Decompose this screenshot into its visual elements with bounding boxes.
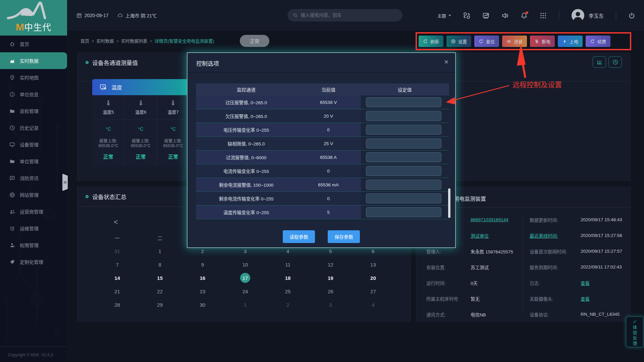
sidebar-item[interactable]: 运营商管理	[0, 203, 67, 220]
calendar-day[interactable]: 1	[139, 244, 181, 258]
calendar-day[interactable]: 19	[309, 271, 352, 285]
calendar-day[interactable]: 18	[267, 271, 309, 285]
field-value[interactable]: 2022/09/11 17:02:43	[581, 264, 622, 269]
calendar-day[interactable]: 16	[181, 271, 224, 285]
field-value[interactable]: 苏工测试	[471, 264, 489, 270]
setpoint-input[interactable]	[366, 138, 441, 148]
calendar-day[interactable]: 1	[224, 298, 266, 311]
field-value[interactable]: 暂无	[471, 295, 480, 302]
calendar-day[interactable]: 29	[139, 298, 181, 311]
search-input[interactable]	[301, 13, 402, 18]
setpoint-input[interactable]	[366, 125, 441, 135]
calendar-day[interactable]: 15	[139, 271, 181, 285]
logout-power-icon[interactable]	[628, 12, 635, 19]
sidebar-item[interactable]: 设备管理	[0, 136, 67, 153]
breadcrumb-item[interactable]: 首页	[80, 38, 89, 44]
toolbar-button[interactable]: 复位	[474, 36, 499, 47]
theme-dropdown[interactable]: 主题	[437, 12, 451, 19]
calendar-day[interactable]: 20	[352, 271, 394, 285]
calendar-day[interactable]: 8	[139, 258, 181, 271]
toolbar-button[interactable]: 刷新	[419, 36, 443, 47]
sidebar-item[interactable]: 网站管理	[0, 186, 67, 203]
sidebar-collapse-handle[interactable]	[62, 174, 68, 191]
calendar-day[interactable]: 22	[139, 285, 181, 298]
sidebar-item[interactable]: 实时数据	[0, 52, 67, 69]
calendar-day[interactable]: 7	[96, 258, 139, 271]
setpoint-input[interactable]	[366, 166, 441, 176]
setpoint-input[interactable]	[366, 193, 441, 203]
sensor-card[interactable]: 温度7 °C 报警上限: 65536.0°C 正常	[157, 95, 190, 166]
sidebar-item[interactable]: 消防资讯	[0, 170, 67, 186]
setpoint-input[interactable]	[366, 180, 441, 190]
sidebar-item[interactable]: 巡检管理	[0, 103, 67, 119]
calendar-day[interactable]: 27	[352, 285, 394, 298]
breadcrumb-item[interactable]: 实时数据	[89, 38, 114, 44]
calendar-day[interactable]: 23	[181, 285, 224, 298]
history-chart-button[interactable]	[593, 56, 606, 68]
sensor-card[interactable]: 温度6 °C 报警上限: 65536.0°C 正常	[125, 95, 157, 166]
calendar-day[interactable]: 10	[224, 258, 266, 271]
calendar-day[interactable]: 25	[267, 285, 309, 298]
setpoint-input[interactable]	[366, 97, 441, 107]
modal-action-button[interactable]: 读取参数	[283, 230, 315, 243]
dashboard-chart-icon[interactable]	[482, 12, 489, 19]
field-value[interactable]: 电信NB	[471, 311, 486, 318]
field-value[interactable]: RN_NB_CT_L6345	[581, 312, 620, 317]
calendar-day[interactable]: 21	[96, 285, 139, 298]
calendar-day[interactable]: 30	[181, 298, 224, 311]
breadcrumb-item[interactable]: 详情页(智慧安全用电监测装置)	[147, 38, 214, 44]
field-value[interactable]: 查看	[581, 280, 590, 286]
calendar-day[interactable]: 2	[267, 298, 309, 311]
field-value[interactable]: 2020/09/17 15:27:57	[581, 249, 622, 254]
modal-action-button[interactable]: 保存参数	[328, 230, 360, 243]
calendar-day[interactable]: 26	[309, 285, 352, 298]
calendar-day[interactable]: 11	[267, 258, 309, 271]
sidebar-item[interactable]: 单位管理	[0, 153, 67, 170]
calendar-day[interactable]: 28	[96, 298, 139, 311]
field-value[interactable]: 查看	[581, 295, 590, 302]
toolbar-button[interactable]: 断电	[530, 36, 555, 47]
field-value[interactable]: 0天	[471, 280, 478, 286]
toolbar-button[interactable]: 设置	[446, 36, 471, 47]
toolbar-button[interactable]: 续费	[586, 36, 610, 47]
apps-grid-icon[interactable]	[540, 12, 547, 19]
calendar-day[interactable]: 13	[352, 258, 394, 271]
sidebar-item[interactable]: 权限管理	[0, 237, 67, 253]
setpoint-input[interactable]	[366, 207, 441, 217]
history-time-button[interactable]	[608, 56, 622, 68]
feedback-button[interactable]: 体验反馈	[626, 316, 643, 347]
calendar-day[interactable]: 4	[352, 298, 394, 311]
calendar-day[interactable]: 31	[96, 244, 139, 258]
field-value[interactable]: 朱永胜 15876425575	[471, 248, 513, 255]
sidebar-item[interactable]: 首页	[0, 36, 67, 52]
calendar-day[interactable]: 17	[224, 271, 266, 285]
sidebar-item[interactable]: 实时地图	[0, 69, 67, 86]
breadcrumb-item[interactable]: 实时数据列表	[114, 38, 148, 44]
notification-bell[interactable]	[521, 12, 528, 19]
sound-icon[interactable]	[501, 12, 508, 19]
calendar-day[interactable]: 9	[181, 258, 224, 271]
field-value[interactable]: 2020/09/17 15:48:43	[581, 217, 622, 222]
sidebar-item[interactable]: 定制化管理	[0, 253, 67, 270]
calendar-prev-button[interactable]: <	[114, 218, 118, 227]
tab-temperature[interactable]: 温度	[92, 79, 188, 95]
sensor-card[interactable]: 温度5 °C 报警上限: 65536.0°C 正常	[92, 95, 125, 166]
toolbar-button[interactable]: 上电	[558, 36, 583, 47]
setpoint-input[interactable]	[366, 111, 441, 121]
calendar-day[interactable]: 3	[309, 298, 352, 311]
screen-switch-icon[interactable]	[463, 12, 470, 19]
close-icon[interactable]: ×	[444, 58, 448, 66]
calendar-day[interactable]: 12	[309, 258, 352, 271]
calendar-day[interactable]: 24	[224, 285, 266, 298]
calendar-day[interactable]: 14	[96, 271, 139, 285]
field-value[interactable]: 866971039169144	[471, 217, 508, 222]
sidebar-item[interactable]: 单位信息	[0, 86, 67, 103]
toolbar-button[interactable]: 消音	[502, 36, 527, 47]
field-value[interactable]: 测试单位	[471, 232, 489, 239]
modal-scrollbar-thumb[interactable]	[448, 188, 450, 218]
user-menu[interactable]: 李玉东	[571, 9, 604, 22]
field-value[interactable]: 2020/09/17 15:27:56	[581, 233, 622, 238]
setpoint-input[interactable]	[366, 152, 441, 162]
sidebar-item[interactable]: 历史记录	[0, 119, 67, 136]
sidebar-item[interactable]: 运维管理	[0, 220, 67, 237]
